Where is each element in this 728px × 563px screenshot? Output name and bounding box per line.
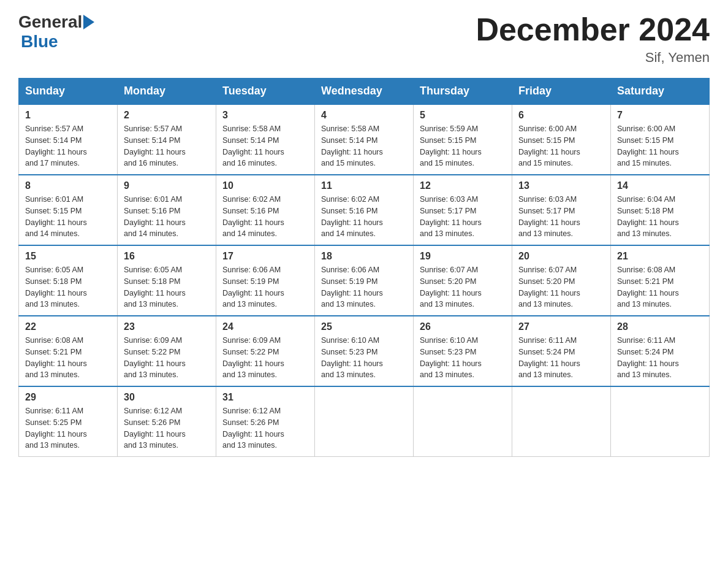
calendar-cell: 24 Sunrise: 6:09 AM Sunset: 5:22 PM Dayl… [216, 316, 315, 386]
calendar-cell [611, 386, 710, 457]
logo-triangle-icon [83, 15, 94, 29]
calendar-cell: 5 Sunrise: 5:59 AM Sunset: 5:15 PM Dayli… [414, 104, 512, 175]
calendar-cell: 1 Sunrise: 5:57 AM Sunset: 5:14 PM Dayli… [19, 104, 118, 175]
day-number: 3 [222, 110, 308, 121]
day-number: 10 [222, 180, 308, 191]
day-info: Sunrise: 6:11 AM Sunset: 5:25 PM Dayligh… [25, 405, 111, 451]
calendar-cell: 11 Sunrise: 6:02 AM Sunset: 5:16 PM Dayl… [315, 175, 414, 245]
col-friday: Friday [512, 79, 611, 105]
calendar-cell: 7 Sunrise: 6:00 AM Sunset: 5:15 PM Dayli… [611, 104, 710, 175]
day-info: Sunrise: 6:05 AM Sunset: 5:18 PM Dayligh… [25, 264, 111, 310]
day-number: 27 [518, 321, 604, 332]
day-info: Sunrise: 6:05 AM Sunset: 5:18 PM Dayligh… [124, 264, 210, 310]
day-info: Sunrise: 6:09 AM Sunset: 5:22 PM Dayligh… [222, 335, 308, 381]
calendar-cell: 23 Sunrise: 6:09 AM Sunset: 5:22 PM Dayl… [118, 316, 216, 386]
logo: General Blue [18, 12, 94, 52]
day-info: Sunrise: 6:06 AM Sunset: 5:19 PM Dayligh… [222, 264, 308, 310]
day-info: Sunrise: 6:02 AM Sunset: 5:16 PM Dayligh… [321, 194, 407, 240]
col-thursday: Thursday [414, 79, 512, 105]
calendar-cell: 26 Sunrise: 6:10 AM Sunset: 5:23 PM Dayl… [414, 316, 512, 386]
calendar-title: December 2024 [476, 12, 710, 47]
calendar-cell: 13 Sunrise: 6:03 AM Sunset: 5:17 PM Dayl… [512, 175, 611, 245]
day-number: 23 [124, 321, 210, 332]
day-number: 29 [25, 392, 111, 403]
day-info: Sunrise: 6:08 AM Sunset: 5:21 PM Dayligh… [25, 335, 111, 381]
day-info: Sunrise: 6:12 AM Sunset: 5:26 PM Dayligh… [124, 405, 210, 451]
calendar-cell: 4 Sunrise: 5:58 AM Sunset: 5:14 PM Dayli… [315, 104, 414, 175]
calendar-cell: 2 Sunrise: 5:57 AM Sunset: 5:14 PM Dayli… [118, 104, 216, 175]
day-info: Sunrise: 5:57 AM Sunset: 5:14 PM Dayligh… [124, 123, 210, 169]
col-tuesday: Tuesday [216, 79, 315, 105]
title-section: December 2024 Sif, Yemen [476, 12, 710, 66]
calendar-cell: 16 Sunrise: 6:05 AM Sunset: 5:18 PM Dayl… [118, 245, 216, 316]
day-info: Sunrise: 6:00 AM Sunset: 5:15 PM Dayligh… [518, 123, 604, 169]
day-number: 4 [321, 110, 407, 121]
day-info: Sunrise: 6:11 AM Sunset: 5:24 PM Dayligh… [518, 335, 604, 381]
day-number: 17 [222, 251, 308, 262]
calendar-cell: 8 Sunrise: 6:01 AM Sunset: 5:15 PM Dayli… [19, 175, 118, 245]
calendar-cell [512, 386, 611, 457]
day-number: 15 [25, 251, 111, 262]
day-info: Sunrise: 6:08 AM Sunset: 5:21 PM Dayligh… [617, 264, 703, 310]
week-row-4: 22 Sunrise: 6:08 AM Sunset: 5:21 PM Dayl… [19, 316, 710, 386]
day-number: 19 [420, 251, 506, 262]
calendar-cell: 28 Sunrise: 6:11 AM Sunset: 5:24 PM Dayl… [611, 316, 710, 386]
day-number: 21 [617, 251, 703, 262]
calendar-cell [315, 386, 414, 457]
day-info: Sunrise: 6:10 AM Sunset: 5:23 PM Dayligh… [321, 335, 407, 381]
calendar-cell: 21 Sunrise: 6:08 AM Sunset: 5:21 PM Dayl… [611, 245, 710, 316]
day-info: Sunrise: 6:00 AM Sunset: 5:15 PM Dayligh… [617, 123, 703, 169]
day-info: Sunrise: 6:04 AM Sunset: 5:18 PM Dayligh… [617, 194, 703, 240]
calendar-cell: 6 Sunrise: 6:00 AM Sunset: 5:15 PM Dayli… [512, 104, 611, 175]
day-number: 26 [420, 321, 506, 332]
day-info: Sunrise: 6:06 AM Sunset: 5:19 PM Dayligh… [321, 264, 407, 310]
day-number: 9 [124, 180, 210, 191]
day-number: 24 [222, 321, 308, 332]
day-number: 25 [321, 321, 407, 332]
day-number: 13 [518, 180, 604, 191]
day-number: 7 [617, 110, 703, 121]
week-row-5: 29 Sunrise: 6:11 AM Sunset: 5:25 PM Dayl… [19, 386, 710, 457]
day-number: 1 [25, 110, 111, 121]
logo-blue-text: Blue [21, 32, 58, 52]
day-info: Sunrise: 6:12 AM Sunset: 5:26 PM Dayligh… [222, 405, 308, 451]
day-info: Sunrise: 5:57 AM Sunset: 5:14 PM Dayligh… [25, 123, 111, 169]
day-info: Sunrise: 6:02 AM Sunset: 5:16 PM Dayligh… [222, 194, 308, 240]
day-number: 14 [617, 180, 703, 191]
col-sunday: Sunday [19, 79, 118, 105]
calendar-cell: 31 Sunrise: 6:12 AM Sunset: 5:26 PM Dayl… [216, 386, 315, 457]
week-row-1: 1 Sunrise: 5:57 AM Sunset: 5:14 PM Dayli… [19, 104, 710, 175]
day-info: Sunrise: 6:07 AM Sunset: 5:20 PM Dayligh… [420, 264, 506, 310]
col-saturday: Saturday [611, 79, 710, 105]
calendar-cell: 14 Sunrise: 6:04 AM Sunset: 5:18 PM Dayl… [611, 175, 710, 245]
day-number: 20 [518, 251, 604, 262]
calendar-cell: 18 Sunrise: 6:06 AM Sunset: 5:19 PM Dayl… [315, 245, 414, 316]
calendar-cell: 22 Sunrise: 6:08 AM Sunset: 5:21 PM Dayl… [19, 316, 118, 386]
day-number: 6 [518, 110, 604, 121]
calendar-subtitle: Sif, Yemen [476, 50, 710, 66]
logo-top: General [18, 12, 94, 32]
day-number: 12 [420, 180, 506, 191]
day-number: 22 [25, 321, 111, 332]
week-row-3: 15 Sunrise: 6:05 AM Sunset: 5:18 PM Dayl… [19, 245, 710, 316]
day-number: 30 [124, 392, 210, 403]
calendar-cell: 3 Sunrise: 5:58 AM Sunset: 5:14 PM Dayli… [216, 104, 315, 175]
day-info: Sunrise: 6:11 AM Sunset: 5:24 PM Dayligh… [617, 335, 703, 381]
calendar-cell: 15 Sunrise: 6:05 AM Sunset: 5:18 PM Dayl… [19, 245, 118, 316]
day-number: 11 [321, 180, 407, 191]
calendar-cell: 12 Sunrise: 6:03 AM Sunset: 5:17 PM Dayl… [414, 175, 512, 245]
week-row-2: 8 Sunrise: 6:01 AM Sunset: 5:15 PM Dayli… [19, 175, 710, 245]
day-info: Sunrise: 6:07 AM Sunset: 5:20 PM Dayligh… [518, 264, 604, 310]
day-number: 2 [124, 110, 210, 121]
logo-general-text: General [18, 12, 82, 32]
day-info: Sunrise: 6:03 AM Sunset: 5:17 PM Dayligh… [420, 194, 506, 240]
day-info: Sunrise: 6:01 AM Sunset: 5:16 PM Dayligh… [124, 194, 210, 240]
calendar-cell [414, 386, 512, 457]
day-number: 16 [124, 251, 210, 262]
day-number: 5 [420, 110, 506, 121]
day-number: 28 [617, 321, 703, 332]
day-number: 31 [222, 392, 308, 403]
day-info: Sunrise: 6:09 AM Sunset: 5:22 PM Dayligh… [124, 335, 210, 381]
day-number: 18 [321, 251, 407, 262]
calendar-cell: 20 Sunrise: 6:07 AM Sunset: 5:20 PM Dayl… [512, 245, 611, 316]
